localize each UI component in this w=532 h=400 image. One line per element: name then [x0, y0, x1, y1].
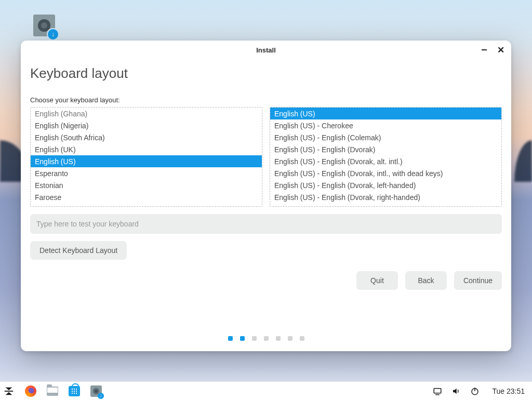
layout-option[interactable]: English (Nigeria) [31, 119, 262, 131]
progress-dot [240, 336, 245, 341]
quit-button[interactable]: Quit [356, 271, 398, 290]
progress-dots [30, 336, 502, 341]
firefox-icon[interactable] [25, 385, 36, 397]
keyboard-layout-prompt: Choose your keyboard layout: [30, 96, 502, 104]
layout-option[interactable]: Esperanto [31, 167, 262, 179]
back-button[interactable]: Back [405, 271, 447, 290]
variant-option[interactable]: English (US) - English (Dvorak, left-han… [270, 179, 501, 191]
progress-dot [300, 336, 304, 341]
detect-keyboard-button[interactable]: Detect Keyboard Layout [30, 241, 127, 260]
software-icon[interactable] [69, 385, 80, 397]
layout-option[interactable]: Faroese [31, 191, 262, 203]
window-title: Install [256, 46, 276, 54]
layout-option[interactable]: Filipino [31, 203, 262, 207]
installer-taskbar-icon[interactable]: ↓ [90, 385, 102, 397]
keyboard-test-input[interactable] [30, 214, 502, 234]
clock[interactable]: Tue 23:51 [488, 387, 529, 395]
files-icon[interactable] [47, 385, 58, 397]
variant-option[interactable]: English (US) - English (Colemak) [270, 131, 501, 143]
window-minimize-button[interactable] [479, 45, 489, 55]
window-titlebar: Install ✕ [21, 41, 511, 59]
display-icon[interactable] [432, 385, 443, 397]
variant-option[interactable]: English (US) [270, 108, 501, 119]
svg-rect-3 [434, 388, 442, 393]
layout-option[interactable]: English (Ghana) [31, 108, 262, 119]
install-window: Install ✕ Keyboard layout Choose your ke… [21, 41, 511, 351]
variant-option[interactable]: English (US) - English (Dvorak, intl., w… [270, 167, 501, 179]
progress-dot [276, 336, 281, 341]
layout-option[interactable]: English (South Africa) [31, 131, 262, 143]
zorin-menu-icon[interactable] [3, 385, 15, 397]
keyboard-variant-list[interactable]: English (US)English (US) - CherokeeEngli… [270, 107, 502, 207]
layout-option[interactable]: English (US) [31, 155, 262, 167]
power-icon[interactable] [469, 385, 481, 397]
svg-marker-1 [5, 391, 14, 392]
page-title: Keyboard layout [30, 65, 502, 82]
layout-option[interactable]: English (UK) [31, 143, 262, 155]
svg-marker-2 [6, 392, 12, 395]
volume-icon[interactable] [450, 385, 462, 397]
keyboard-layout-list[interactable]: English (Ghana)English (Nigeria)English … [30, 107, 262, 207]
layout-option[interactable]: Estonian [31, 179, 262, 191]
download-badge-icon: ↓ [48, 29, 58, 39]
progress-dot [264, 336, 269, 341]
progress-dot [288, 336, 292, 341]
continue-button[interactable]: Continue [454, 271, 502, 290]
window-close-button[interactable]: ✕ [496, 45, 506, 55]
svg-marker-0 [6, 387, 12, 390]
variant-option[interactable]: English (US) - English (Dvorak, alt. int… [270, 155, 501, 167]
progress-dot [252, 336, 257, 341]
variant-option[interactable]: English (US) - English (Dvorak, right-ha… [270, 191, 501, 203]
variant-option[interactable]: English (US) - Cherokee [270, 119, 501, 131]
taskbar: ↓ Tue 23:51 [0, 381, 532, 400]
variant-option[interactable]: English (US) - English (Dvorak) [270, 143, 501, 155]
progress-dot [228, 336, 233, 341]
desktop-install-icon[interactable]: ↓ [33, 15, 55, 36]
